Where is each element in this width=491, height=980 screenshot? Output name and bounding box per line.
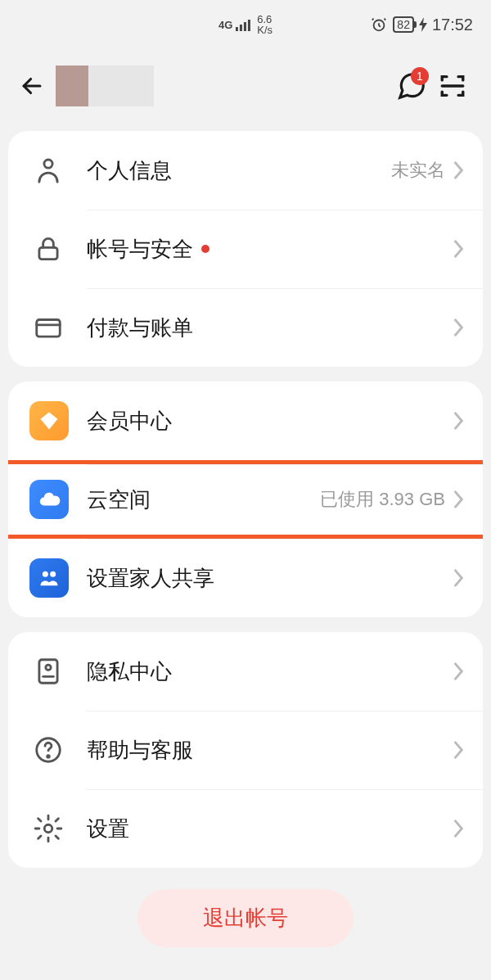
svg-rect-10 (39, 660, 57, 684)
svg-rect-0 (236, 27, 238, 31)
personal-info-label: 个人信息 (87, 156, 172, 185)
settings-label: 设置 (87, 815, 129, 843)
help-icon (29, 731, 67, 769)
lock-icon (29, 230, 67, 268)
help-support-row[interactable]: 帮助与客服 (8, 711, 483, 789)
payment-label: 付款与账单 (87, 314, 193, 342)
arrow-left-icon (18, 72, 46, 100)
chevron-right-icon (452, 739, 465, 761)
svg-point-14 (44, 824, 52, 833)
member-center-label: 会员中心 (87, 407, 172, 436)
status-right: 82 17:52 (370, 16, 473, 34)
alert-dot (201, 245, 209, 253)
network-label: 4G (218, 19, 232, 31)
family-sharing-row[interactable]: 设置家人共享 (8, 539, 483, 617)
svg-point-9 (50, 571, 56, 577)
svg-rect-7 (37, 320, 61, 337)
chevron-right-icon (452, 160, 465, 181)
card-icon (29, 309, 67, 346)
page-header: 1 (0, 49, 491, 123)
account-security-row[interactable]: 帐号与安全 (8, 210, 483, 288)
settings-row[interactable]: 设置 (8, 789, 483, 868)
messages-button[interactable]: 1 (391, 65, 432, 106)
clock-time: 17:52 (432, 16, 473, 34)
logout-button[interactable]: 退出帐号 (137, 889, 354, 947)
member-center-row[interactable]: 会员中心 (8, 382, 483, 460)
cloud-space-label: 云空间 (87, 485, 151, 514)
svg-rect-2 (244, 22, 246, 31)
svg-point-11 (46, 665, 51, 670)
avatar-blurred (56, 65, 154, 106)
status-bar: 4G 6.6 K/s 82 17:52 (0, 0, 491, 49)
more-section: 隐私中心 帮助与客服 设置 (8, 632, 483, 868)
svg-point-5 (44, 160, 52, 168)
payment-billing-row[interactable]: 付款与账单 (8, 288, 483, 367)
battery-indicator: 82 (393, 16, 414, 33)
cloud-icon (29, 480, 69, 519)
chevron-right-icon (452, 410, 465, 431)
chevron-right-icon (452, 818, 465, 839)
personal-info-status: 未实名 (391, 158, 445, 183)
chevron-right-icon (452, 567, 465, 589)
back-button[interactable] (11, 65, 52, 106)
signal-bars-icon (236, 18, 254, 31)
svg-rect-6 (39, 247, 57, 259)
services-section: 会员中心 云空间 已使用 3.93 GB 设置家人共享 (8, 382, 483, 617)
account-section: 个人信息 未实名 帐号与安全 付款与账单 (8, 131, 483, 367)
svg-rect-1 (240, 25, 242, 31)
family-icon (29, 558, 69, 598)
chevron-right-icon (452, 317, 465, 338)
cloud-usage-value: 已使用 3.93 GB (320, 487, 445, 512)
svg-point-8 (43, 571, 48, 577)
help-label: 帮助与客服 (87, 736, 193, 765)
network-speed: 6.6 K/s (257, 14, 273, 35)
charging-icon (419, 17, 427, 32)
member-icon (29, 401, 69, 440)
chevron-right-icon (452, 489, 465, 510)
alarm-icon (370, 16, 388, 34)
messages-badge: 1 (411, 67, 429, 85)
privacy-center-row[interactable]: 隐私中心 (8, 632, 483, 711)
scan-icon (439, 72, 466, 100)
gear-icon (29, 810, 67, 847)
status-network: 4G 6.6 K/s (218, 14, 273, 35)
logout-container: 退出帐号 (0, 889, 491, 947)
chevron-right-icon (452, 661, 465, 682)
cloud-space-row[interactable]: 云空间 已使用 3.93 GB (8, 460, 483, 539)
privacy-icon (29, 653, 67, 690)
person-icon (29, 151, 67, 189)
scan-button[interactable] (432, 65, 473, 106)
personal-info-row[interactable]: 个人信息 未实名 (8, 131, 483, 210)
privacy-label: 隐私中心 (87, 657, 172, 686)
family-share-label: 设置家人共享 (87, 564, 214, 593)
chevron-right-icon (452, 238, 465, 260)
account-security-label: 帐号与安全 (87, 235, 193, 264)
svg-point-13 (47, 756, 50, 758)
svg-rect-3 (248, 20, 250, 31)
